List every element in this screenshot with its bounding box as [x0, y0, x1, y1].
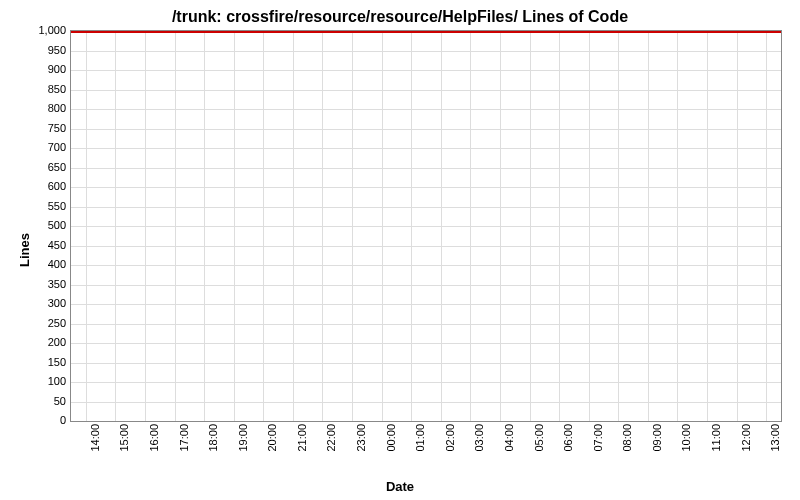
gridline-h — [71, 265, 781, 266]
gridline-v — [145, 31, 146, 421]
y-tick-label: 500 — [16, 219, 66, 231]
gridline-v — [707, 31, 708, 421]
y-tick-label: 250 — [16, 317, 66, 329]
gridline-h — [71, 285, 781, 286]
y-tick-label: 800 — [16, 102, 66, 114]
y-tick-label: 950 — [16, 44, 66, 56]
gridline-h — [71, 246, 781, 247]
gridline-v — [766, 31, 767, 421]
gridline-v — [470, 31, 471, 421]
y-tick-label: 300 — [16, 297, 66, 309]
gridline-v — [115, 31, 116, 421]
gridline-v — [530, 31, 531, 421]
x-axis-label: Date — [0, 479, 800, 494]
x-tick-label: 19:00 — [237, 424, 249, 452]
y-tick-label: 350 — [16, 278, 66, 290]
y-tick-label: 550 — [16, 200, 66, 212]
gridline-h — [71, 363, 781, 364]
x-tick-label: 10:00 — [680, 424, 692, 452]
gridline-v — [648, 31, 649, 421]
gridline-h — [71, 168, 781, 169]
x-tick-label: 23:00 — [355, 424, 367, 452]
y-tick-label: 200 — [16, 336, 66, 348]
plot-area — [70, 30, 782, 422]
x-tick-label: 01:00 — [414, 424, 426, 452]
x-tick-label: 15:00 — [118, 424, 130, 452]
gridline-h — [71, 207, 781, 208]
y-tick-label: 1,000 — [16, 24, 66, 36]
gridline-h — [71, 187, 781, 188]
gridline-v — [500, 31, 501, 421]
y-tick-label: 700 — [16, 141, 66, 153]
x-tick-label: 20:00 — [266, 424, 278, 452]
gridline-v — [559, 31, 560, 421]
gridline-v — [322, 31, 323, 421]
gridline-v — [263, 31, 264, 421]
gridline-v — [175, 31, 176, 421]
gridline-v — [737, 31, 738, 421]
gridline-v — [411, 31, 412, 421]
y-tick-label: 100 — [16, 375, 66, 387]
x-tick-label: 03:00 — [473, 424, 485, 452]
chart-title: /trunk: crossfire/resource/resource/Help… — [0, 8, 800, 26]
gridline-h — [71, 51, 781, 52]
gridline-v — [618, 31, 619, 421]
gridline-v — [677, 31, 678, 421]
y-tick-label: 850 — [16, 83, 66, 95]
gridline-v — [441, 31, 442, 421]
gridline-h — [71, 129, 781, 130]
x-tick-label: 22:00 — [325, 424, 337, 452]
y-tick-label: 150 — [16, 356, 66, 368]
gridline-h — [71, 304, 781, 305]
y-tick-label: 0 — [16, 414, 66, 426]
gridline-v — [382, 31, 383, 421]
gridline-h — [71, 343, 781, 344]
gridline-v — [352, 31, 353, 421]
x-tick-label: 08:00 — [621, 424, 633, 452]
x-tick-label: 06:00 — [562, 424, 574, 452]
x-tick-label: 11:00 — [710, 424, 722, 452]
x-tick-label: 17:00 — [178, 424, 190, 452]
x-tick-label: 16:00 — [148, 424, 160, 452]
gridline-v — [589, 31, 590, 421]
x-tick-label: 21:00 — [296, 424, 308, 452]
y-tick-label: 650 — [16, 161, 66, 173]
x-tick-label: 18:00 — [207, 424, 219, 452]
gridline-h — [71, 70, 781, 71]
gridline-v — [86, 31, 87, 421]
chart-container: /trunk: crossfire/resource/resource/Help… — [0, 0, 800, 500]
gridline-h — [71, 148, 781, 149]
gridline-h — [71, 226, 781, 227]
x-tick-label: 07:00 — [592, 424, 604, 452]
gridline-h — [71, 382, 781, 383]
y-tick-label: 600 — [16, 180, 66, 192]
y-tick-label: 450 — [16, 239, 66, 251]
gridline-h — [71, 402, 781, 403]
y-tick-label: 750 — [16, 122, 66, 134]
x-tick-label: 12:00 — [740, 424, 752, 452]
x-tick-label: 02:00 — [444, 424, 456, 452]
x-tick-label: 13:00 — [769, 424, 781, 452]
y-tick-label: 400 — [16, 258, 66, 270]
y-tick-label: 900 — [16, 63, 66, 75]
y-tick-label: 50 — [16, 395, 66, 407]
x-tick-label: 09:00 — [651, 424, 663, 452]
gridline-h — [71, 90, 781, 91]
data-line — [71, 31, 781, 33]
gridline-h — [71, 109, 781, 110]
gridline-v — [234, 31, 235, 421]
x-tick-label: 05:00 — [533, 424, 545, 452]
x-tick-label: 04:00 — [503, 424, 515, 452]
x-tick-label: 14:00 — [89, 424, 101, 452]
gridline-h — [71, 324, 781, 325]
gridline-v — [204, 31, 205, 421]
gridline-v — [293, 31, 294, 421]
x-tick-label: 00:00 — [385, 424, 397, 452]
